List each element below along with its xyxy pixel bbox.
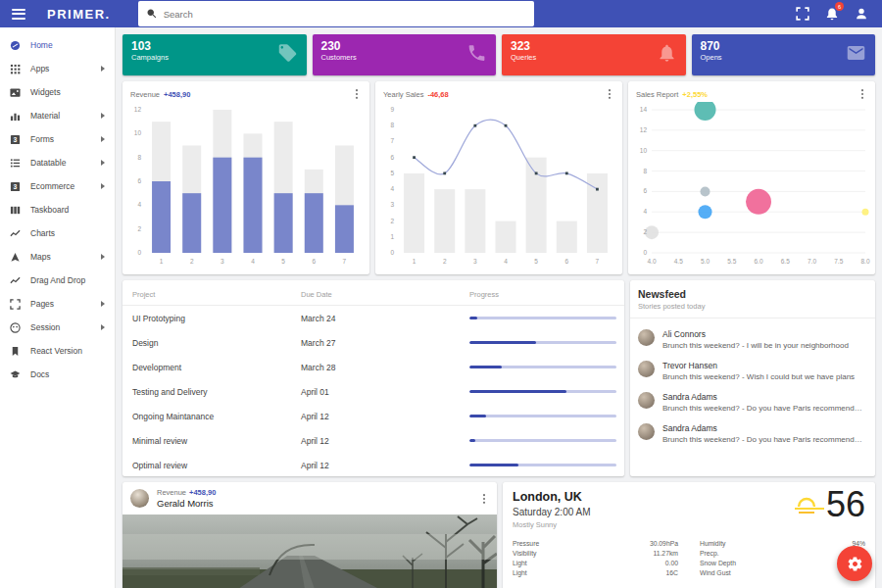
session-icon — [10, 322, 21, 333]
chevron-right-icon — [101, 113, 105, 119]
kebab-icon — [605, 88, 614, 100]
profile-revenue-label: Revenue+458,90 — [157, 488, 216, 497]
svg-text:3: 3 — [473, 258, 477, 265]
sidebar-item-ecommerce[interactable]: 3 Ecommerce — [0, 174, 115, 198]
hamburger-menu-icon[interactable] — [12, 6, 25, 22]
chart-title: Sales Report — [636, 90, 678, 99]
svg-text:4: 4 — [390, 185, 394, 192]
stat-card-opens[interactable]: 870 Opens — [692, 34, 876, 75]
forms-icon: 3 — [10, 134, 21, 145]
search-input[interactable] — [164, 9, 526, 20]
profile-name: Gerald Morris — [157, 498, 216, 509]
chart-card-revenue: Revenue +458,90 0246810121234567 — [122, 81, 369, 274]
progress-bar[interactable] — [469, 317, 616, 319]
svg-text:3: 3 — [390, 201, 394, 208]
svg-text:4: 4 — [137, 201, 141, 208]
sidebar-nav: Home Apps Widgets Material 3 Forms Datat… — [0, 27, 116, 588]
sidebar-item-session[interactable]: Session — [0, 316, 115, 339]
sidebar-item-datatable[interactable]: Datatable — [0, 151, 115, 174]
notifications-button[interactable]: 6 — [825, 7, 839, 21]
list-item[interactable]: Sandra Adams Brunch this weekend? - Do y… — [638, 392, 867, 413]
chart-delta: +458,90 — [164, 90, 190, 99]
table-row[interactable]: UI Prototyping March 24 — [122, 306, 624, 330]
chart-card-sales-report: Sales Report +2,55% 024681012144.04.55.0… — [628, 81, 875, 274]
progress-bar[interactable] — [469, 464, 616, 466]
material-icon — [10, 111, 21, 122]
card-menu-button[interactable] — [352, 88, 362, 100]
progress-bar[interactable] — [469, 341, 616, 344]
sidebar-item-react-version[interactable]: React Version — [0, 339, 115, 363]
sidebar-item-apps[interactable]: Apps — [0, 57, 115, 80]
fullscreen-button[interactable] — [796, 7, 809, 21]
stat-card-customers[interactable]: 230 Customers — [313, 34, 497, 75]
weather-temp: 56 — [826, 486, 865, 523]
datatable-icon — [10, 158, 21, 169]
list-item[interactable]: Ali Connors Brunch this weekend? - I wil… — [638, 329, 867, 350]
charts-icon — [10, 228, 21, 239]
sidebar-item-widgets[interactable]: Widgets — [0, 80, 115, 104]
progress-bar[interactable] — [469, 390, 616, 393]
search-box[interactable] — [138, 1, 534, 26]
stat-card-queries[interactable]: 323 Queries — [502, 34, 686, 75]
progress-bar[interactable] — [469, 415, 616, 417]
svg-text:12: 12 — [640, 126, 648, 133]
sunset-icon — [793, 492, 826, 517]
kebab-icon — [352, 88, 362, 100]
table-row[interactable]: Development March 28 — [122, 355, 624, 379]
progress-bar[interactable] — [469, 366, 616, 368]
avatar — [638, 361, 655, 377]
yearly-sales-chart: 01234567891234567 — [375, 102, 622, 269]
svg-text:4.0: 4.0 — [647, 258, 656, 265]
settings-fab[interactable] — [837, 546, 872, 581]
table-row[interactable]: Optimal review April 12 — [122, 453, 624, 476]
docs-icon — [10, 369, 21, 380]
table-row[interactable]: Testing and Delivery April 01 — [122, 379, 624, 404]
svg-text:1: 1 — [413, 258, 416, 265]
pages-icon — [10, 299, 21, 310]
apps-icon — [10, 64, 21, 74]
sidebar-item-drag-and-drop[interactable]: Drag And Drop — [0, 269, 115, 292]
svg-text:8.0: 8.0 — [860, 258, 869, 265]
svg-text:6.5: 6.5 — [781, 258, 790, 265]
svg-text:6: 6 — [137, 177, 141, 184]
chevron-right-icon — [101, 301, 105, 307]
table-row[interactable]: Minimal review April 12 — [122, 428, 624, 453]
chevron-right-icon — [101, 254, 105, 260]
svg-text:6: 6 — [390, 154, 394, 161]
svg-text:4: 4 — [251, 258, 255, 265]
chevron-right-icon — [101, 324, 105, 330]
stat-card-campaigns[interactable]: 103 Campaigns — [122, 34, 307, 75]
stats-row: 103 Campaigns 230 Customers 323 Queries … — [122, 34, 875, 75]
profile-revenue-card: Revenue+458,90 Gerald Morris — [122, 482, 497, 588]
card-menu-button[interactable] — [858, 88, 867, 100]
sidebar-item-docs[interactable]: Docs — [0, 363, 115, 386]
svg-text:0: 0 — [390, 249, 394, 256]
chart-card-yearly-sales: Yearly Sales -46,68 01234567891234567 — [375, 81, 622, 274]
sidebar-item-taskboard[interactable]: Taskboard — [0, 198, 115, 221]
account-button[interactable] — [855, 7, 868, 21]
card-menu-button[interactable] — [479, 493, 489, 505]
weather-detail-row: Light 0.00 — [513, 558, 678, 567]
table-row[interactable]: Ongoing Maintanance April 12 — [122, 404, 624, 428]
svg-text:5: 5 — [281, 258, 285, 265]
sidebar-item-material[interactable]: Material — [0, 104, 115, 127]
progress-bar[interactable] — [469, 439, 616, 442]
ecommerce-icon: 3 — [10, 181, 21, 192]
svg-text:14: 14 — [640, 106, 648, 113]
sidebar-item-forms[interactable]: 3 Forms — [0, 127, 115, 151]
sidebar-item-home[interactable]: Home — [0, 33, 115, 57]
svg-text:5.5: 5.5 — [727, 258, 736, 265]
sidebar-item-pages[interactable]: Pages — [0, 292, 115, 316]
table-row[interactable]: Design March 27 — [122, 330, 624, 355]
svg-text:7.0: 7.0 — [808, 258, 816, 265]
sidebar-item-maps[interactable]: Maps — [0, 245, 115, 269]
svg-text:2: 2 — [390, 218, 394, 224]
email-icon — [846, 43, 866, 64]
home-icon — [10, 40, 21, 51]
newsfeed-card: Newsfeed Stories posted today Ali Connor… — [630, 280, 875, 476]
maps-icon — [10, 252, 21, 263]
sidebar-item-charts[interactable]: Charts — [0, 221, 115, 245]
list-item[interactable]: Sandra Adams Brunch this weekend? - Do y… — [638, 423, 867, 444]
list-item[interactable]: Trevor Hansen Brunch this weekend? - Wis… — [638, 361, 867, 381]
card-menu-button[interactable] — [605, 88, 614, 100]
